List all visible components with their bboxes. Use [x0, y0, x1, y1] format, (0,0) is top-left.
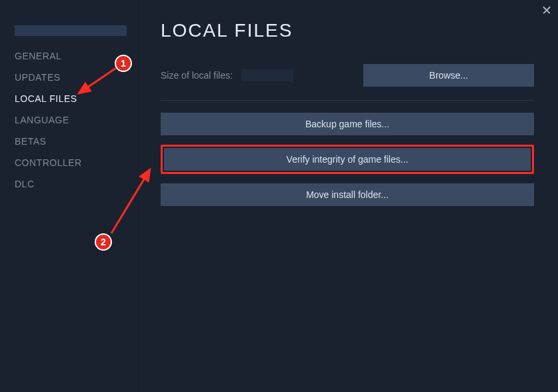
sidebar-item-controller[interactable]: CONTROLLER: [0, 152, 141, 173]
browse-button[interactable]: Browse...: [363, 64, 534, 87]
sidebar-header-placeholder: [15, 25, 127, 36]
content-pane: LOCAL FILES Size of local files: Browse.…: [141, 0, 558, 392]
sidebar: GENERAL UPDATES LOCAL FILES LANGUAGE BET…: [0, 0, 141, 392]
page-title: LOCAL FILES: [161, 20, 534, 41]
sidebar-item-language[interactable]: LANGUAGE: [0, 109, 141, 131]
size-label-wrap: Size of local files:: [161, 69, 293, 82]
sidebar-item-local-files[interactable]: LOCAL FILES: [0, 88, 141, 109]
verify-button[interactable]: Verify integrity of game files...: [164, 148, 531, 171]
backup-button[interactable]: Backup game files...: [161, 113, 534, 135]
sidebar-item-dlc[interactable]: DLC: [0, 173, 141, 195]
size-label: Size of local files:: [161, 70, 233, 81]
sidebar-item-general[interactable]: GENERAL: [0, 45, 141, 67]
sidebar-item-betas[interactable]: BETAS: [0, 131, 141, 152]
size-value-placeholder: [241, 69, 293, 81]
move-button[interactable]: Move install folder...: [161, 183, 534, 206]
divider: [161, 100, 534, 101]
sidebar-item-updates[interactable]: UPDATES: [0, 67, 141, 88]
properties-window: GENERAL UPDATES LOCAL FILES LANGUAGE BET…: [0, 0, 558, 392]
size-row: Size of local files: Browse...: [161, 64, 534, 87]
verify-highlight: Verify integrity of game files...: [161, 145, 534, 174]
